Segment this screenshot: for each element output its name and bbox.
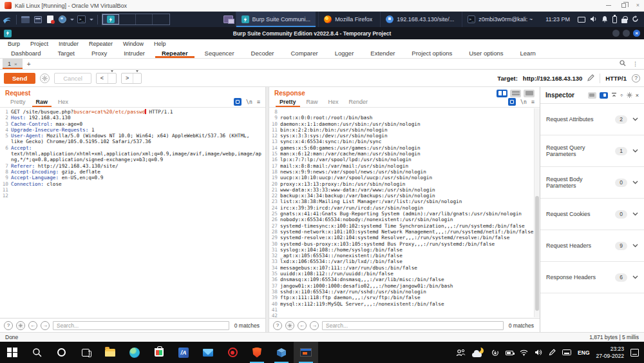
back-button[interactable]: <: [96, 73, 117, 84]
show-desktop-icon[interactable]: [21, 15, 30, 24]
request-line-text[interactable]: Accept-Encoding: gzip, deflate: [11, 169, 265, 175]
kali-logo-icon[interactable]: [3, 15, 12, 24]
request-line-text[interactable]: Upgrade-Insecure-Requests: 1: [11, 127, 265, 133]
search-settings-gear-icon[interactable]: [16, 321, 25, 330]
task-firefox[interactable]: Mozilla Firefox: [318, 12, 377, 27]
search-help-icon[interactable]: ?: [273, 321, 282, 330]
tab-target[interactable]: Target: [49, 48, 82, 58]
inspector-section-request-cookies[interactable]: Request Cookies0: [540, 199, 644, 230]
search-prev-icon[interactable]: ←: [28, 321, 37, 330]
cortana-icon[interactable]: [49, 342, 73, 363]
minimize-icon[interactable]: [612, 30, 620, 37]
cancel-button[interactable]: Cancel: [54, 73, 91, 84]
response-line-text[interactable]: news:x:9:9:news:/var/spool/news:/usr/sbi…: [280, 169, 534, 175]
chevron-down-icon[interactable]: [133, 72, 141, 84]
task-terminal[interactable]: >_ z0mbi3w0rm@kali: ~: [462, 12, 538, 27]
web-browser-icon[interactable]: [57, 15, 67, 24]
send-settings-gear-icon[interactable]: [40, 74, 50, 83]
restore-icon[interactable]: [621, 3, 626, 8]
workspace-1[interactable]: [102, 14, 119, 25]
task-chromium[interactable]: 192.168.43.130/site/...: [380, 12, 459, 27]
response-tab-hex[interactable]: Hex: [323, 97, 344, 107]
response-line-text[interactable]: lp:x:7:7:lp:/var/spool/lpd:/usr/sbin/nol…: [280, 157, 534, 162]
response-line-text[interactable]: sync:x:4:65534:sync:/bin:/bin/sync: [280, 139, 534, 144]
response-line-text[interactable]: man:x:6:12:man:/var/cache/man:/usr/sbin/…: [280, 151, 534, 157]
response-line-text[interactable]: syslog:x:104:108::/home/syslog:/bin/fals…: [280, 247, 534, 253]
response-line-text[interactable]: systemd-bus-proxy:x:103:105:systemd Bus …: [280, 241, 534, 247]
lock-icon[interactable]: [621, 19, 627, 23]
menu-project[interactable]: Project: [25, 41, 53, 47]
response-line-text[interactable]: backup:x:34:34:backup:/var/backups:/usr/…: [280, 193, 534, 199]
add-tab-button[interactable]: +: [23, 59, 35, 69]
inspector-section-request-body-parameters[interactable]: Request Body Parameters0: [540, 167, 644, 199]
chevron-down-icon[interactable]: [70, 19, 74, 21]
menu-intruder[interactable]: Intruder: [53, 41, 84, 47]
request-line-text[interactable]: Referer: http://192.168.43.130/site/: [11, 163, 265, 169]
tab-comparer[interactable]: Comparer: [282, 48, 326, 58]
workspace-2[interactable]: [119, 14, 136, 25]
response-tab-render[interactable]: Render: [344, 97, 374, 107]
forward-button[interactable]: >: [121, 73, 142, 84]
response-line-text[interactable]: nobody:x:65534:65534:nobody:/nonexistent…: [280, 217, 534, 222]
volume-icon[interactable]: [590, 14, 597, 25]
editor-menu-icon[interactable]: ≡: [531, 99, 535, 105]
layout-single-icon[interactable]: [524, 90, 535, 97]
request-line-text[interactable]: Cache-Control: max-age=0: [11, 121, 265, 127]
menu-window[interactable]: Window: [118, 41, 149, 47]
search-next-icon[interactable]: →: [310, 321, 319, 330]
help-icon[interactable]: ?: [632, 74, 640, 83]
close-icon[interactable]: ×: [633, 30, 640, 37]
request-line-text[interactable]: Connection: close: [11, 181, 265, 187]
response-line-text[interactable]: mysql:x:112:119:MySQL Server,,,:/nonexis…: [280, 301, 534, 307]
request-line-text[interactable]: GET /site/busque.php?buscar=cat%20/etc/p…: [11, 109, 265, 115]
inspector-section-request-attributes[interactable]: Request Attributes2: [540, 104, 644, 135]
close-icon[interactable]: ×: [636, 3, 639, 8]
more-options-icon[interactable]: ⋮: [632, 61, 638, 67]
kali-clock[interactable]: 11:23 PM: [545, 16, 570, 23]
inspector-dock-left-icon[interactable]: [588, 92, 596, 99]
editor-highlight-icon[interactable]: [234, 98, 242, 106]
response-line-text[interactable]: dnsmasq:x:109:65534:dnsmasq,,,:/var/lib/…: [280, 277, 534, 282]
scrollbar-thumb[interactable]: [535, 196, 539, 311]
response-line-text[interactable]: _apt:x:105:65534::/nonexistent:/bin/fals…: [280, 253, 534, 259]
mail-icon[interactable]: [196, 342, 220, 363]
tab-intruder[interactable]: Intruder: [115, 48, 153, 58]
response-line-text[interactable]: ftp:x:111:118:ftp daemon,,,:/srv/ftp:/bi…: [280, 295, 534, 300]
response-line-text[interactable]: proxy:x:13:13:proxy:/bin:/usr/sbin/nolog…: [280, 181, 534, 187]
tab-project-options[interactable]: Project options: [403, 48, 460, 58]
tab-sequencer[interactable]: Sequencer: [196, 48, 243, 58]
brave-browser-icon[interactable]: [245, 342, 269, 363]
response-line-text[interactable]: messagebus:x:107:111::/var/run/dbus:/bin…: [280, 265, 534, 271]
microsoft-store-icon[interactable]: [147, 342, 171, 363]
response-line-text[interactable]: [280, 109, 534, 115]
inspector-dock-right-icon[interactable]: [600, 92, 608, 99]
request-line-text[interactable]: User-Agent: Mozilla/5.0 (Windows NT 10.0…: [11, 133, 265, 145]
tab-logger[interactable]: Logger: [327, 48, 363, 58]
response-line-text[interactable]: mail:x:8:8:mail:/var/mail:/usr/sbin/nolo…: [280, 163, 534, 169]
layout-columns-icon[interactable]: [497, 90, 507, 97]
send-button[interactable]: Send: [4, 73, 35, 84]
request-tab-raw[interactable]: Raw: [31, 97, 53, 107]
tab-proxy[interactable]: Proxy: [83, 48, 115, 58]
text-editor-icon[interactable]: [45, 15, 55, 24]
response-line-text[interactable]: games:x:5:60:games:/usr/games:/usr/sbin/…: [280, 145, 534, 151]
chevron-down-icon[interactable]: [90, 19, 93, 21]
action-center-icon[interactable]: [630, 349, 639, 357]
response-line-text[interactable]: systemd-timesync:x:100:102:systemd Time …: [280, 223, 534, 229]
response-line-text[interactable]: jangow01:x:1000:1000:desafio02,,,:/home/…: [280, 283, 534, 289]
display-icon[interactable]: [578, 17, 585, 23]
search-icon[interactable]: [620, 60, 626, 68]
response-line-text[interactable]: systemd-resolve:x:102:104:systemd Resolv…: [280, 235, 534, 240]
start-button[interactable]: [0, 342, 24, 363]
tab-decoder[interactable]: Decoder: [243, 48, 283, 58]
layout-rows-icon[interactable]: [510, 90, 521, 97]
tab-extender[interactable]: Extender: [362, 48, 403, 58]
edit-target-pencil-icon[interactable]: [587, 72, 594, 84]
response-line-text[interactable]: [280, 313, 534, 318]
response-line-text[interactable]: list:x:38:38:Mailing List Manager:/var/l…: [280, 199, 534, 204]
response-line-text[interactable]: root:x:0:0:root:/root:/bin/bash: [280, 115, 534, 121]
request-search-input[interactable]: [53, 321, 229, 330]
request-tab-pretty[interactable]: Pretty: [5, 97, 31, 107]
http-version-button[interactable]: HTTP/1: [605, 75, 627, 82]
terminal-icon[interactable]: >_: [77, 15, 86, 24]
